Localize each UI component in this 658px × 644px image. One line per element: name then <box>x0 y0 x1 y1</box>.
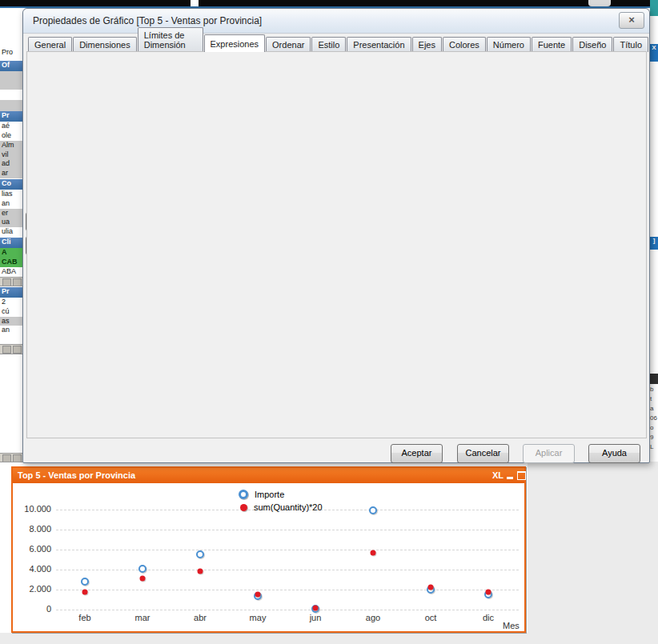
background-list-row[interactable]: CAB <box>0 258 22 267</box>
tab-ejes[interactable]: Ejes <box>412 37 442 52</box>
tab-estilo[interactable]: Estilo <box>311 37 346 52</box>
legend-item-quantity: sum(Quantity)*20 <box>239 502 323 512</box>
close-icon[interactable]: × <box>619 12 644 29</box>
x-tick-label: mar <box>122 613 162 622</box>
background-fragment: t <box>650 395 658 404</box>
background-list-row <box>0 344 22 354</box>
tab-ordenar[interactable]: Ordenar <box>266 37 311 52</box>
y-tick-label: 2.000 <box>14 584 51 594</box>
data-point-sum-quantity-20 <box>140 576 146 582</box>
background-list-row[interactable] <box>0 100 22 111</box>
tab-colores[interactable]: Colores <box>443 37 486 52</box>
background-fragment: b <box>650 386 658 394</box>
chart-window-titlebar[interactable]: Top 5 - Ventas por Provincia XL <box>13 468 524 483</box>
background-list-row[interactable]: cú <box>0 307 22 317</box>
tab-límites-de-dimensión[interactable]: Límites de Dimensión <box>138 27 203 52</box>
dialog-title: Propiedades de Gráfico [Top 5 - Ventas p… <box>33 15 262 26</box>
data-point-sum-quantity-20 <box>313 606 319 611</box>
y-tick-label: 4.000 <box>14 564 51 574</box>
background-list-row[interactable]: an <box>0 199 22 209</box>
background-list-header[interactable]: Of <box>0 61 22 71</box>
legend-symbol-filled-circle-icon <box>240 504 247 511</box>
export-excel-button[interactable]: XL <box>492 470 504 480</box>
background-list-header[interactable]: Pr <box>0 111 22 122</box>
background-list-row <box>0 277 22 286</box>
background-list-header[interactable]: Pr <box>0 287 22 298</box>
background-fragment <box>650 374 658 384</box>
gridline <box>56 570 519 570</box>
background-list-row[interactable]: ad <box>0 159 22 169</box>
background-list-row[interactable]: ua <box>0 218 22 227</box>
background-list-header[interactable]: Co <box>0 179 22 190</box>
x-tick-label: oct <box>411 613 451 622</box>
accept-button[interactable]: Aceptar <box>391 444 443 463</box>
background-top-notch <box>191 0 199 6</box>
tab-número[interactable]: Número <box>487 37 531 52</box>
background-list-row[interactable]: er <box>0 209 22 218</box>
dialog-titlebar[interactable]: Propiedades de Gráfico [Top 5 - Ventas p… <box>23 9 649 34</box>
background-fragment: o <box>650 424 658 433</box>
tab-diseño[interactable]: Diseño <box>572 37 612 52</box>
cancel-button[interactable]: Cancelar <box>457 444 509 463</box>
data-point-sum-quantity-20 <box>82 590 88 595</box>
background-list-row[interactable]: A <box>0 248 22 258</box>
x-tick-label: may <box>238 613 278 622</box>
data-point-sum-quantity-20 <box>198 568 203 574</box>
background-fragment: 06 <box>650 414 658 423</box>
background-list-row[interactable]: vil <box>0 150 22 159</box>
y-tick-label: 6.000 <box>14 544 51 554</box>
tab-fuente[interactable]: Fuente <box>532 37 572 52</box>
tab-general[interactable]: General <box>28 37 72 52</box>
y-tick-label: 8.000 <box>14 524 51 534</box>
background-list-row[interactable]: ole <box>0 131 22 141</box>
background-teal-fragment <box>650 0 658 16</box>
background-list-row[interactable] <box>0 80 22 90</box>
background-fragment: L <box>650 443 658 452</box>
data-point-importe <box>138 565 146 573</box>
apply-button[interactable]: Aplicar <box>523 444 575 463</box>
background-list-row[interactable]: lias <box>0 190 22 199</box>
x-tick-label: abr <box>180 613 220 622</box>
background-list-row[interactable]: Alm <box>0 141 22 150</box>
tab-page <box>26 51 647 438</box>
gridline <box>56 550 519 550</box>
legend-label: Importe <box>255 490 284 499</box>
sheet-background <box>528 462 658 644</box>
legend-label: sum(Quantity)*20 <box>254 502 323 512</box>
tab-dimensiones[interactable]: Dimensiones <box>73 37 137 52</box>
data-point-sum-quantity-20 <box>428 584 434 590</box>
sheet-background-bottom <box>0 633 658 644</box>
x-tick-label: feb <box>65 613 105 622</box>
background-list-row[interactable]: 2 <box>0 298 22 307</box>
x-tick-label: jun <box>295 613 335 622</box>
background-list-row[interactable]: aé <box>0 122 22 131</box>
tab-expresiones[interactable]: Expresiones <box>204 34 266 52</box>
background-list-row[interactable] <box>0 71 22 80</box>
background-list-row[interactable]: ulia <box>0 227 22 237</box>
background-fragment: ] <box>650 237 658 250</box>
background-top-tab <box>588 0 611 6</box>
background-list-row[interactable]: Pro <box>0 48 22 60</box>
background-list-row[interactable]: as <box>0 317 22 326</box>
tab-presentación[interactable]: Presentación <box>347 37 411 52</box>
maximize-icon[interactable] <box>517 471 526 480</box>
background-list-row[interactable]: an <box>0 326 22 335</box>
tab-título[interactable]: Título <box>613 37 648 52</box>
background-list-row[interactable] <box>0 90 22 100</box>
background-list-header[interactable]: Cli <box>0 238 22 248</box>
x-axis-title: Mes <box>503 621 520 630</box>
background-fragment: a <box>650 405 658 414</box>
background-list-row[interactable]: ABA <box>0 267 22 277</box>
minimize-icon[interactable] <box>507 477 513 479</box>
x-tick-label: ago <box>353 613 393 622</box>
background-list-row[interactable]: ar <box>0 169 22 178</box>
tab-strip: GeneralDimensionesLímites de DimensiónEx… <box>28 34 649 52</box>
chart-properties-dialog: Propiedades de Gráfico [Top 5 - Ventas p… <box>22 8 650 463</box>
y-tick-label: 10.000 <box>14 504 51 514</box>
background-fragment: X <box>650 44 658 62</box>
gridline <box>56 590 519 590</box>
chart-window: Top 5 - Ventas por Provincia XL 02.0004.… <box>11 466 526 633</box>
gridline <box>56 530 519 530</box>
y-tick-label: 0 <box>14 604 51 614</box>
help-button[interactable]: Ayuda <box>588 444 640 463</box>
